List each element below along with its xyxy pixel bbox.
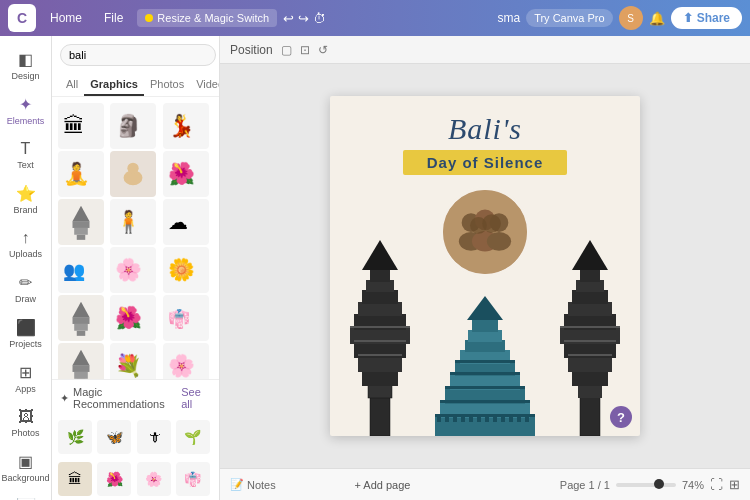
- graphic-item[interactable]: 🌸: [163, 343, 209, 379]
- sidebar-label-apps: Apps: [15, 384, 36, 394]
- file-nav[interactable]: File: [96, 8, 131, 28]
- graphic-item[interactable]: 🌸: [110, 247, 156, 293]
- graphic-item[interactable]: 🧍: [110, 199, 156, 245]
- svg-rect-37: [370, 396, 390, 436]
- share-icon: ⬆: [683, 11, 693, 25]
- svg-rect-79: [445, 386, 525, 389]
- design-icon: ◧: [18, 50, 33, 69]
- sidebar-item-charts[interactable]: 📊 Charts: [0, 491, 51, 500]
- graphic-item[interactable]: 🌺: [110, 295, 156, 341]
- tab-photos[interactable]: Photos: [144, 74, 190, 96]
- help-button[interactable]: ?: [610, 406, 632, 428]
- tab-graphics[interactable]: Graphics: [84, 74, 144, 96]
- svg-text:🌸: 🌸: [168, 352, 195, 379]
- graphic-item[interactable]: [58, 343, 104, 379]
- graphic-item[interactable]: 💐: [110, 343, 156, 379]
- design-canvas[interactable]: Bali's Day of Silence: [330, 96, 640, 436]
- svg-rect-78: [440, 400, 530, 403]
- svg-rect-9: [73, 221, 90, 228]
- sidebar-item-draw[interactable]: ✏ Draw: [0, 267, 51, 310]
- svg-rect-50: [354, 340, 406, 342]
- graphic-item[interactable]: 🏛: [58, 103, 104, 149]
- photo-circle[interactable]: [440, 187, 530, 277]
- notifications-icon[interactable]: 🔔: [649, 11, 665, 26]
- topbar: C Home File Resize & Magic Switch ↩ ↪ ⏱ …: [0, 0, 750, 36]
- align-left-icon[interactable]: ▢: [281, 43, 292, 57]
- magic-item[interactable]: 🦋: [97, 420, 131, 454]
- svg-rect-87: [477, 416, 481, 422]
- notes-button[interactable]: 📝 Notes: [230, 478, 276, 491]
- fullscreen-icon[interactable]: ⛶: [710, 477, 723, 492]
- avatar[interactable]: S: [619, 6, 643, 30]
- svg-rect-60: [572, 290, 608, 304]
- svg-rect-82: [437, 416, 441, 422]
- home-nav[interactable]: Home: [42, 8, 90, 28]
- sidebar-item-uploads[interactable]: ↑ Uploads: [0, 223, 51, 265]
- magic-item[interactable]: 🏛: [58, 462, 92, 496]
- redo-icon[interactable]: ↪: [298, 11, 309, 26]
- sidebar-item-text[interactable]: T Text: [0, 134, 51, 176]
- graphic-item[interactable]: 🧘: [58, 151, 104, 197]
- tab-videos[interactable]: Videos: [190, 74, 220, 96]
- magic-item[interactable]: 🌸: [137, 462, 171, 496]
- svg-rect-49: [350, 326, 410, 328]
- magic-item[interactable]: 🗡: [137, 420, 171, 454]
- add-page-button[interactable]: + Add page: [354, 479, 410, 491]
- magic-item[interactable]: 🌺: [97, 462, 131, 496]
- zoom-slider[interactable]: [616, 483, 676, 487]
- refresh-icon[interactable]: ↺: [318, 43, 328, 57]
- tab-all[interactable]: All: [60, 74, 84, 96]
- grid-icon[interactable]: ⊞: [729, 477, 740, 492]
- svg-marker-63: [572, 240, 608, 270]
- svg-rect-62: [580, 270, 600, 282]
- sidebar-item-brand[interactable]: ⭐ Brand: [0, 178, 51, 221]
- photos-icon: 🖼: [18, 408, 34, 426]
- svg-text:💃: 💃: [168, 112, 195, 139]
- svg-rect-55: [568, 356, 612, 372]
- brand-icon: ⭐: [16, 184, 36, 203]
- svg-text:👘: 👘: [168, 308, 191, 330]
- magic-grid: 🌿 🦋 🗡 🌱: [52, 416, 219, 458]
- graphic-item[interactable]: ☁: [163, 199, 209, 245]
- svg-text:💐: 💐: [115, 352, 142, 379]
- share-button[interactable]: ⬆ Share: [671, 7, 742, 29]
- uploads-icon: ↑: [22, 229, 30, 247]
- graphic-item[interactable]: 🌼: [163, 247, 209, 293]
- sidebar-item-elements[interactable]: ✦ Elements: [0, 89, 51, 132]
- resize-magic-switch[interactable]: Resize & Magic Switch: [137, 9, 277, 27]
- elements-icon: ✦: [19, 95, 32, 114]
- align-center-icon[interactable]: ⊡: [300, 43, 310, 57]
- undo-icon[interactable]: ↩: [283, 11, 294, 26]
- svg-rect-51: [358, 354, 402, 356]
- sidebar-item-photos[interactable]: 🖼 Photos: [0, 402, 51, 444]
- sidebar-item-projects[interactable]: ⬛ Projects: [0, 312, 51, 355]
- timer-icon[interactable]: ⏱: [313, 11, 326, 26]
- sidebar-item-design[interactable]: ◧ Design: [0, 44, 51, 87]
- graphic-item[interactable]: 👘: [163, 295, 209, 341]
- graphic-item[interactable]: 👥: [58, 247, 104, 293]
- graphic-item[interactable]: 💃: [163, 103, 209, 149]
- svg-rect-80: [450, 372, 520, 375]
- svg-rect-89: [493, 416, 497, 422]
- sidebar-item-apps[interactable]: ⊞ Apps: [0, 357, 51, 400]
- sidebar-item-background[interactable]: ▣ Background: [0, 446, 51, 489]
- graphic-item[interactable]: [58, 199, 104, 245]
- graphic-item[interactable]: [58, 295, 104, 341]
- graphic-item[interactable]: 🗿: [110, 103, 156, 149]
- graphic-item[interactable]: 🌺: [163, 151, 209, 197]
- svg-text:🌺: 🌺: [115, 304, 142, 331]
- canvas-subtitle: Day of Silence: [403, 150, 568, 175]
- svg-rect-90: [501, 416, 505, 422]
- svg-rect-59: [568, 302, 612, 316]
- magic-item[interactable]: 🌿: [58, 420, 92, 454]
- magic-item[interactable]: 🌱: [176, 420, 210, 454]
- svg-point-36: [482, 214, 501, 233]
- graphic-item[interactable]: [110, 151, 156, 197]
- see-all-link[interactable]: See all: [181, 386, 211, 410]
- sidebar-label-uploads: Uploads: [9, 249, 42, 259]
- search-input[interactable]: [60, 44, 216, 66]
- try-canva-button[interactable]: Try Canva Pro: [526, 9, 613, 27]
- magic-item[interactable]: 👘: [176, 462, 210, 496]
- svg-marker-10: [73, 206, 90, 221]
- sidebar-label-projects: Projects: [9, 339, 42, 349]
